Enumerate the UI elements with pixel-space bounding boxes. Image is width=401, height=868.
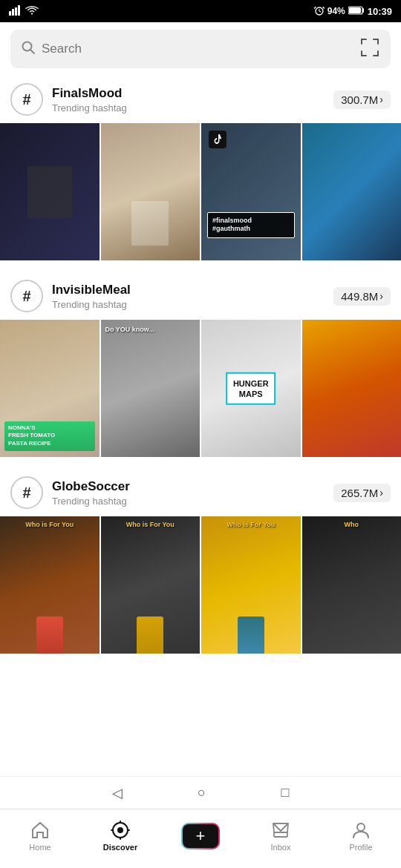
video-grid-globesoccer: Who is For You Who is For You Who is For… <box>0 516 401 654</box>
nav-item-discover[interactable]: Discover <box>80 820 160 852</box>
hash-icon-invisiblemeal: # <box>10 280 43 312</box>
nav-label-profile: Profile <box>349 843 372 852</box>
hash-icon-globesoccer: # <box>10 476 43 509</box>
nav-label-discover: Discover <box>103 843 137 852</box>
nav-item-inbox[interactable]: Inbox <box>241 820 321 852</box>
back-button[interactable]: ◁ <box>112 785 123 801</box>
svg-rect-0 <box>9 11 11 16</box>
video-thumb[interactable] <box>101 123 200 260</box>
phone-nav: ◁ ○ □ <box>0 776 401 809</box>
hashtag-info-globesoccer: # GlobeSoccer Trending hashtag <box>10 476 130 509</box>
create-button[interactable]: + <box>181 823 220 849</box>
search-bar-container[interactable] <box>10 30 391 68</box>
video-thumb[interactable]: NONNA'SFRESH TOMATOPASTA RECIPE <box>0 320 100 457</box>
status-right: 94% 10:39 <box>314 5 392 18</box>
nav-item-profile[interactable]: Profile <box>321 820 401 852</box>
video-thumb[interactable]: Who is For You <box>0 516 100 654</box>
hashtag-text-invisiblemeal: InvisibleMeal Trending hashtag <box>52 283 131 310</box>
video-grid-finalsmood: #finalsmood #gauthmath <box>0 123 401 260</box>
hashtag-name-invisiblemeal[interactable]: InvisibleMeal <box>52 283 131 297</box>
svg-rect-13 <box>361 50 362 56</box>
hashtag-section-globesoccer: # GlobeSoccer Trending hashtag 265.7M › … <box>0 469 401 654</box>
nav-item-home[interactable]: Home <box>0 820 80 852</box>
nav-item-create[interactable]: + <box>160 823 241 849</box>
hashtag-text-globesoccer: GlobeSoccer Trending hashtag <box>52 479 130 507</box>
hashtag-section-invisiblemeal: # InvisibleMeal Trending hashtag 449.8M … <box>0 272 401 457</box>
video-thumb[interactable]: HUNGERMAPS <box>201 320 301 457</box>
hashtag-header-globesoccer: # GlobeSoccer Trending hashtag 265.7M › <box>0 469 401 516</box>
search-icon <box>21 40 36 58</box>
video-thumb[interactable] <box>0 123 100 260</box>
svg-rect-15 <box>377 50 379 56</box>
hash-icon-finalsmood: # <box>10 83 43 116</box>
svg-rect-1 <box>12 9 14 16</box>
bottom-nav: Home Discover + Inbox <box>0 809 401 868</box>
time-display: 10:39 <box>368 6 392 17</box>
plus-icon: + <box>196 828 206 844</box>
hashtag-name-globesoccer[interactable]: GlobeSoccer <box>52 479 130 494</box>
video-thumb[interactable]: Who is For You <box>101 516 200 654</box>
video-thumb[interactable] <box>302 320 402 457</box>
hashtag-type-globesoccer: Trending hashtag <box>52 496 130 507</box>
scan-icon[interactable] <box>359 37 380 61</box>
hashtag-count-finalsmood[interactable]: 300.7M › <box>333 91 391 109</box>
home-icon <box>30 820 50 841</box>
video-thumb[interactable]: Who <box>302 516 402 654</box>
nav-label-inbox: Inbox <box>271 843 291 852</box>
battery-text: 94% <box>327 6 345 16</box>
svg-point-19 <box>357 823 365 831</box>
signal-icon <box>9 5 22 18</box>
svg-rect-6 <box>349 7 361 13</box>
hashtag-info-finalsmood: # FinalsMood Trending hashtag <box>10 83 127 116</box>
nav-label-home: Home <box>29 843 50 852</box>
wifi-icon <box>25 5 39 18</box>
home-button[interactable]: ○ <box>198 785 206 800</box>
hashtag-count-invisiblemeal[interactable]: 449.8M › <box>333 287 391 306</box>
svg-point-17 <box>117 827 123 833</box>
hashtag-section-finalsmood: # FinalsMood Trending hashtag 300.7M › <box>0 76 401 260</box>
svg-rect-2 <box>15 7 17 16</box>
inbox-icon <box>270 820 291 841</box>
main-content: # FinalsMood Trending hashtag 300.7M › <box>0 76 401 720</box>
battery-icon <box>348 6 365 17</box>
hashtag-header-finalsmood: # FinalsMood Trending hashtag 300.7M › <box>0 76 401 123</box>
discover-icon <box>110 820 131 841</box>
hashtag-type-finalsmood: Trending hashtag <box>52 102 127 114</box>
status-bar: 94% 10:39 <box>0 0 401 22</box>
video-thumb[interactable] <box>302 123 402 260</box>
profile-icon <box>351 820 371 841</box>
video-thumb[interactable]: #finalsmood #gauthmath <box>201 123 301 260</box>
hashtag-count-globesoccer[interactable]: 265.7M › <box>333 484 391 502</box>
hashtag-name-finalsmood[interactable]: FinalsMood <box>52 86 127 101</box>
hashtag-header-invisiblemeal: # InvisibleMeal Trending hashtag 449.8M … <box>0 272 401 320</box>
hashtag-type-invisiblemeal: Trending hashtag <box>52 299 131 310</box>
recent-button[interactable]: □ <box>281 785 289 800</box>
video-thumb[interactable]: Do YOU know... <box>101 320 200 457</box>
hashtag-info-invisiblemeal: # InvisibleMeal Trending hashtag <box>10 280 131 312</box>
hashtag-text-finalsmood: FinalsMood Trending hashtag <box>52 86 127 114</box>
video-thumb[interactable]: Who is For You <box>201 516 301 654</box>
svg-rect-9 <box>361 39 362 45</box>
status-left <box>9 5 39 18</box>
svg-rect-3 <box>18 5 20 16</box>
video-grid-invisiblemeal: NONNA'SFRESH TOMATOPASTA RECIPE Do YOU k… <box>0 320 401 457</box>
search-input[interactable] <box>42 42 353 56</box>
svg-rect-18 <box>274 832 287 837</box>
alarm-icon <box>314 5 325 18</box>
svg-rect-11 <box>377 39 379 45</box>
